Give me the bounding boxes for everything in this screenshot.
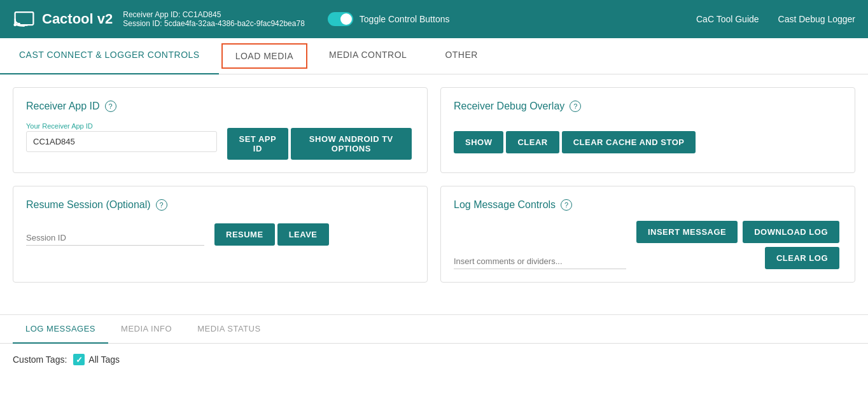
resume-session-content: RESUME LEAVE xyxy=(26,221,414,246)
session-id-input[interactable] xyxy=(26,230,204,246)
receiver-debug-overlay-help-icon[interactable]: ? xyxy=(570,101,581,112)
all-tags-checkbox-container[interactable]: All Tags xyxy=(73,354,120,365)
receiver-debug-overlay-card: Receiver Debug Overlay ? SHOW CLEAR CLEA… xyxy=(440,87,855,173)
receiver-app-id-header: Receiver App ID: CC1AD845 xyxy=(123,10,305,19)
download-log-button[interactable]: DOWNLOAD LOG xyxy=(743,221,839,243)
tab-log-messages[interactable]: LOG MESSAGES xyxy=(13,315,108,344)
receiver-debug-overlay-title: Receiver Debug Overlay ? xyxy=(454,101,842,112)
cac-tool-guide-link[interactable]: CaC Tool Guide xyxy=(696,14,759,24)
receiver-app-id-input-group: Your Receiver App ID xyxy=(26,122,217,152)
resume-button[interactable]: RESUME xyxy=(214,223,275,246)
bottom-section: LOG MESSAGES MEDIA INFO MEDIA STATUS Cus… xyxy=(0,314,868,375)
toggle-control-buttons[interactable]: Toggle Control Buttons xyxy=(328,12,450,26)
log-buttons: INSERT MESSAGE DOWNLOAD LOG CLEAR LOG xyxy=(636,221,842,269)
main-content: Receiver App ID ? Your Receiver App ID S… xyxy=(0,74,868,308)
clear-cache-stop-button[interactable]: CLEAR CACHE AND STOP xyxy=(562,131,696,153)
all-tags-label: All Tags xyxy=(88,354,120,365)
main-tabs: CAST CONNECT & LOGGER CONTROLS LOAD MEDI… xyxy=(0,38,868,74)
log-buttons-top-row: INSERT MESSAGE DOWNLOAD LOG xyxy=(636,221,842,243)
svg-point-1 xyxy=(13,24,17,27)
resume-session-actions: RESUME LEAVE xyxy=(214,223,332,246)
tab-media-status[interactable]: MEDIA STATUS xyxy=(185,315,273,344)
cast-icon xyxy=(13,8,36,31)
custom-tags-label: Custom Tags: xyxy=(13,354,67,365)
svg-rect-2 xyxy=(21,25,28,26)
clear-debug-button[interactable]: CLEAR xyxy=(506,131,559,153)
receiver-app-id-title: Receiver App ID ? xyxy=(26,101,414,112)
receiver-app-id-help-icon[interactable]: ? xyxy=(105,101,116,112)
bottom-tabs: LOG MESSAGES MEDIA INFO MEDIA STATUS xyxy=(0,315,868,344)
set-app-id-button[interactable]: SET APP ID xyxy=(227,128,288,160)
log-message-controls-card: Log Message Controls ? INSERT MESSAGE DO… xyxy=(440,186,855,283)
custom-tags-row: Custom Tags: All Tags xyxy=(0,344,868,375)
logo: Cactool v2 xyxy=(13,8,113,31)
tab-media-control[interactable]: MEDIA CONTROL xyxy=(310,38,426,74)
tab-cast-connect[interactable]: CAST CONNECT & LOGGER CONTROLS xyxy=(0,38,219,74)
show-android-tv-button[interactable]: SHOW ANDROID TV OPTIONS xyxy=(291,128,412,160)
resume-session-help-icon[interactable]: ? xyxy=(156,199,167,211)
bottom-cards-row: Resume Session (Optional) ? RESUME LEAVE… xyxy=(13,186,855,283)
receiver-app-id-actions: SET APP ID SHOW ANDROID TV OPTIONS xyxy=(227,128,414,160)
header-ids: Receiver App ID: CC1AD845 Session ID: 5c… xyxy=(123,10,305,28)
header-nav: CaC Tool Guide Cast Debug Logger xyxy=(696,14,855,24)
clear-log-button[interactable]: CLEAR LOG xyxy=(765,247,839,269)
show-debug-button[interactable]: SHOW xyxy=(454,131,503,153)
log-message-controls-help-icon[interactable]: ? xyxy=(561,199,572,211)
log-message-controls-title: Log Message Controls ? xyxy=(454,199,842,211)
tab-media-info[interactable]: MEDIA INFO xyxy=(108,315,185,344)
log-buttons-bottom-row: CLEAR LOG xyxy=(765,247,842,269)
session-id-input-group xyxy=(26,230,204,246)
receiver-app-id-input[interactable] xyxy=(26,131,217,152)
receiver-app-id-card: Receiver App ID ? Your Receiver App ID S… xyxy=(13,87,428,173)
log-input-group xyxy=(454,254,626,269)
header: Cactool v2 Receiver App ID: CC1AD845 Ses… xyxy=(0,0,868,38)
tab-load-media[interactable]: LOAD MEDIA xyxy=(221,43,307,69)
receiver-app-id-content: Your Receiver App ID SET APP ID SHOW AND… xyxy=(26,122,414,160)
resume-session-title: Resume Session (Optional) ? xyxy=(26,199,414,211)
receiver-debug-overlay-actions: SHOW CLEAR CLEAR CACHE AND STOP xyxy=(454,131,842,153)
insert-message-button[interactable]: INSERT MESSAGE xyxy=(636,221,738,243)
session-id-header: Session ID: 5cdae4fa-32aa-4386-ba2c-9fac… xyxy=(123,19,305,28)
top-cards-row: Receiver App ID ? Your Receiver App ID S… xyxy=(13,87,855,173)
tab-other[interactable]: OTHER xyxy=(426,38,497,74)
all-tags-checkbox[interactable] xyxy=(73,354,85,365)
toggle-switch[interactable] xyxy=(328,12,353,26)
log-message-controls-content: INSERT MESSAGE DOWNLOAD LOG CLEAR LOG xyxy=(454,221,842,269)
receiver-app-id-input-label: Your Receiver App ID xyxy=(26,122,217,130)
cast-debug-logger-link[interactable]: Cast Debug Logger xyxy=(778,14,855,24)
resume-session-card: Resume Session (Optional) ? RESUME LEAVE xyxy=(13,186,428,283)
leave-button[interactable]: LEAVE xyxy=(277,223,329,246)
log-comments-input[interactable] xyxy=(454,254,626,269)
